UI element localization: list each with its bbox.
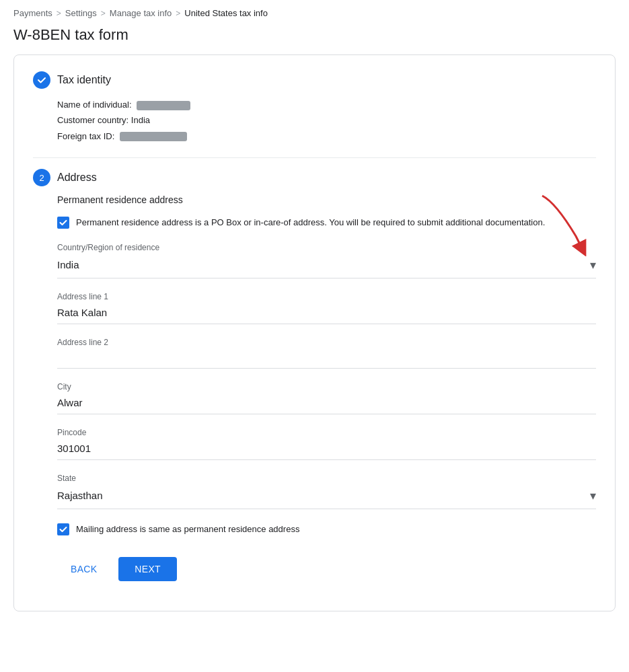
address-title: Address <box>57 172 97 184</box>
back-button[interactable]: BACK <box>57 557 110 581</box>
breadcrumb-sep-1: > <box>57 9 61 18</box>
city-field: City Alwar <box>57 382 596 414</box>
pobox-checkbox-label: Permanent residence address is a PO Box … <box>76 216 545 229</box>
breadcrumb-manage-tax[interactable]: Manage tax info <box>110 8 172 18</box>
country-dropdown-icon: ▾ <box>590 258 596 272</box>
mailing-checkbox-row: Mailing address is same as permanent res… <box>57 523 596 536</box>
address2-field: Address line 2 <box>57 338 596 369</box>
tax-id-row: Foreign tax ID: <box>57 128 596 144</box>
address-section: 2 Address Permanent residence address Pe… <box>33 169 596 581</box>
pincode-label: Pincode <box>57 428 596 437</box>
breadcrumb-current: United States tax info <box>184 8 268 18</box>
country-value: India <box>57 259 79 270</box>
address1-field: Address line 1 Rata Kalan <box>57 292 596 324</box>
city-label: City <box>57 382 596 391</box>
section-divider <box>33 157 596 158</box>
pincode-field: Pincode 301001 <box>57 428 596 460</box>
tax-identity-title: Tax identity <box>57 74 111 86</box>
breadcrumb-settings[interactable]: Settings <box>65 8 97 18</box>
next-button[interactable]: NEXT <box>118 557 177 581</box>
country-label: Country/Region of residence <box>57 243 596 252</box>
breadcrumb-sep-3: > <box>176 9 180 18</box>
name-row: Name of individual: <box>57 97 596 112</box>
name-label: Name of individual: <box>57 100 132 110</box>
tax-identity-section: Tax identity Name of individual: Custome… <box>33 71 596 144</box>
tax-identity-details: Name of individual: Customer country: In… <box>33 97 596 144</box>
tax-id-label: Foreign tax ID: <box>57 131 114 141</box>
main-card: Tax identity Name of individual: Custome… <box>13 54 616 611</box>
address-form: Permanent residence address Permanent re… <box>33 194 596 581</box>
breadcrumb-sep-2: > <box>101 9 106 18</box>
pobox-checkbox[interactable] <box>57 217 69 229</box>
pobox-checkbox-row: Permanent residence address is a PO Box … <box>57 216 596 229</box>
city-value[interactable]: Alwar <box>57 394 596 414</box>
address-header: 2 Address <box>33 169 596 186</box>
country-field: Country/Region of residence India ▾ <box>57 243 596 278</box>
breadcrumb-payments[interactable]: Payments <box>13 8 52 18</box>
tax-identity-check-icon <box>33 71 50 89</box>
pincode-value[interactable]: 301001 <box>57 440 596 460</box>
mailing-checkbox[interactable] <box>57 523 69 535</box>
mailing-checkbox-label: Mailing address is same as permanent res… <box>76 523 299 536</box>
form-buttons: BACK NEXT <box>57 552 596 581</box>
country-label: Customer country: <box>57 115 128 125</box>
address1-value[interactable]: Rata Kalan <box>57 304 596 324</box>
page-title: W-8BEN tax form <box>0 26 629 54</box>
address1-label: Address line 1 <box>57 292 596 301</box>
breadcrumb: Payments > Settings > Manage tax info > … <box>0 0 629 26</box>
name-redacted <box>137 101 190 110</box>
address-step-circle: 2 <box>33 169 50 186</box>
country-dropdown[interactable]: India ▾ <box>57 255 596 278</box>
country-row: Customer country: India <box>57 112 596 128</box>
state-dropdown[interactable]: Rajasthan ▾ <box>57 486 596 509</box>
permanent-residence-title: Permanent residence address <box>57 194 596 205</box>
tax-identity-header: Tax identity <box>33 71 596 89</box>
state-field: State Rajasthan ▾ <box>57 474 596 509</box>
tax-id-redacted <box>120 132 187 141</box>
country-value: India <box>131 115 150 125</box>
state-label: State <box>57 474 596 483</box>
state-dropdown-icon: ▾ <box>590 488 596 503</box>
address2-value[interactable] <box>57 350 596 369</box>
address2-label: Address line 2 <box>57 338 596 347</box>
